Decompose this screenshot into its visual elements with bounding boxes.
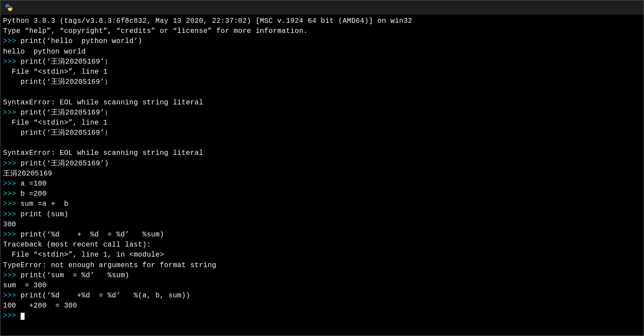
console-line: >>> b =200 <box>3 189 641 199</box>
console-line: Type “help”, “copyright”, “credits” or “… <box>3 26 641 36</box>
console-line: TypeError: not enough arguments for form… <box>3 261 641 271</box>
window-controls <box>577 0 639 14</box>
console-output[interactable]: Python 3.8.3 (tags/v3.8.3:6f8c832, May 1… <box>0 14 644 336</box>
console-line: File “<stdin>”, line 1 <box>3 118 641 128</box>
console-line: print(‘王涓20205169’） <box>3 77 641 87</box>
console-line: >>> sum =a + b <box>3 199 641 209</box>
console-line: Traceback (most recent call last): <box>3 240 641 250</box>
minimize-button[interactable] <box>577 0 597 14</box>
console-line: >>> print(‘王涓20205169’） <box>3 57 641 67</box>
console-line: 300 <box>3 220 641 230</box>
console-line: 100 +200 = 300 <box>3 301 641 311</box>
console-line: File “<stdin>”, line 1 <box>3 67 641 77</box>
console-line: sum = 300 <box>3 281 641 291</box>
console-line: 王涓20205169 <box>3 169 641 179</box>
python-icon <box>5 4 13 11</box>
console-line: >>> print(‘王涓20205169’） <box>3 108 641 118</box>
console-line: hello python world <box>3 47 641 57</box>
console-line: >>> a =100 <box>3 179 641 189</box>
title-bar <box>0 0 644 14</box>
console-line: >>> print(‘%d + %d = %d’ %sum) <box>3 230 641 240</box>
close-button[interactable] <box>619 0 639 14</box>
console-line: >>> print (sum) <box>3 210 641 220</box>
maximize-button[interactable] <box>598 0 618 14</box>
console-line: SyntaxError: EOL while scanning string l… <box>3 98 641 108</box>
console-line: Python 3.8.3 (tags/v3.8.3:6f8c832, May 1… <box>3 16 641 26</box>
console-line: File “<stdin>”, line 1, in <module> <box>3 250 641 260</box>
console-line: >>> print(‘王涓20205169’) <box>3 159 641 169</box>
console-line <box>3 138 641 148</box>
title-bar-left <box>5 4 16 11</box>
console-line: >>> print(‘sum = %d’ %sum) <box>3 271 641 281</box>
console-line: SyntaxError: EOL while scanning string l… <box>3 148 641 158</box>
console-line: print(‘王涓20205169’） <box>3 128 641 138</box>
console-line <box>3 87 641 97</box>
python-window: Python 3.8.3 (tags/v3.8.3:6f8c832, May 1… <box>0 0 644 336</box>
console-line: >>> print(‘%d +%d = %d’ %(a, b, sum)) <box>3 291 641 301</box>
console-line: >>> print(‘hello python world’) <box>3 36 641 46</box>
console-line: >>> <box>3 311 641 321</box>
svg-rect-2 <box>7 7 11 8</box>
